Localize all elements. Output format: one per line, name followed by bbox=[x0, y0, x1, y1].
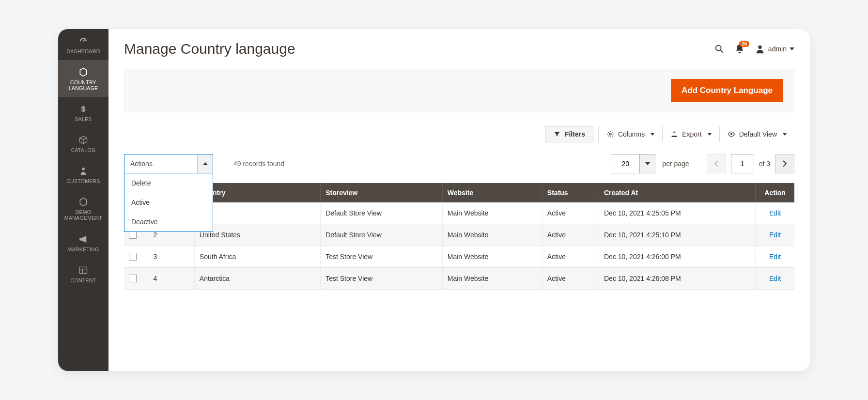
cell-status: Active bbox=[542, 224, 599, 246]
chevron-down-icon bbox=[645, 162, 650, 165]
chevron-up-icon bbox=[203, 162, 208, 165]
page-title: Manage Country langauge bbox=[124, 41, 704, 57]
edit-link[interactable]: Edit bbox=[769, 275, 781, 282]
page-size-control bbox=[611, 154, 655, 173]
cell-status: Active bbox=[542, 202, 599, 224]
col-storeview[interactable]: Storeview bbox=[321, 183, 443, 202]
sidebar-item-label: CONTENT bbox=[71, 277, 96, 283]
layout-icon bbox=[78, 265, 88, 276]
edit-link[interactable]: Edit bbox=[769, 231, 781, 239]
cell-storeview: Test Store View bbox=[321, 246, 443, 268]
default-view-button[interactable]: Default View bbox=[719, 126, 794, 142]
user-menu[interactable]: admin bbox=[755, 44, 794, 54]
hexagon-icon bbox=[78, 197, 88, 207]
row-checkbox[interactable] bbox=[129, 231, 137, 239]
search-icon[interactable] bbox=[714, 44, 725, 54]
sidebar-item-label: COUNTRY LANGUAGE bbox=[60, 79, 107, 91]
actions-select-toggle[interactable] bbox=[197, 154, 213, 173]
cell-country: United States bbox=[194, 224, 320, 246]
cell-website: Main Website bbox=[442, 268, 542, 290]
notifications-icon[interactable]: 26 bbox=[734, 44, 745, 54]
chevron-right-icon bbox=[782, 160, 787, 167]
actions-wrap: Actions Delete Active Deactive bbox=[124, 154, 213, 173]
grid-header-row: ID Country Storeview Website Status Crea… bbox=[124, 183, 794, 202]
sidebar-item-dashboard[interactable]: DASHBOARD bbox=[58, 29, 108, 60]
sidebar-item-label: SALES bbox=[75, 116, 92, 122]
sidebar-item-country-language[interactable]: COUNTRY LANGUAGE bbox=[58, 60, 108, 97]
sidebar: DASHBOARD COUNTRY LANGUAGE $ SALES CATAL… bbox=[58, 29, 108, 371]
pager-prev-button[interactable] bbox=[707, 154, 726, 173]
pager: of 3 bbox=[707, 154, 794, 173]
svg-point-3 bbox=[716, 46, 721, 51]
hexagon-icon bbox=[78, 67, 88, 77]
columns-button[interactable]: Columns bbox=[598, 126, 662, 142]
sidebar-item-catalog[interactable]: CATALOG bbox=[58, 128, 108, 159]
svg-point-6 bbox=[730, 133, 732, 135]
add-country-language-button[interactable]: Add Country Language bbox=[671, 79, 783, 102]
page-size-toggle[interactable] bbox=[639, 154, 655, 173]
sidebar-item-label: CUSTOMERS bbox=[66, 178, 100, 184]
cell-country: ia bbox=[194, 202, 320, 224]
row-checkbox[interactable] bbox=[129, 253, 137, 261]
export-button[interactable]: Export bbox=[662, 126, 719, 142]
page-size-input[interactable] bbox=[611, 154, 639, 173]
action-bar: Add Country Language bbox=[124, 69, 794, 112]
col-status[interactable]: Status bbox=[542, 183, 599, 202]
main-content: Manage Country langauge 26 admin Add Cou… bbox=[108, 29, 810, 371]
sidebar-item-customers[interactable]: CUSTOMERS bbox=[58, 159, 108, 190]
svg-point-4 bbox=[758, 46, 761, 49]
megaphone-icon bbox=[78, 234, 88, 245]
actions-option-active[interactable]: Active bbox=[124, 193, 213, 212]
topbar: Manage Country langauge 26 admin bbox=[124, 41, 794, 57]
default-view-label: Default View bbox=[739, 130, 777, 138]
chevron-down-icon bbox=[783, 133, 787, 136]
actions-option-delete[interactable]: Delete bbox=[124, 173, 213, 193]
cell-status: Active bbox=[542, 268, 599, 290]
columns-label: Columns bbox=[618, 130, 645, 138]
cell-id: 3 bbox=[148, 246, 194, 268]
pager-next-button[interactable] bbox=[775, 154, 794, 173]
actions-select[interactable]: Actions bbox=[124, 154, 213, 173]
notifications-badge: 26 bbox=[739, 41, 749, 47]
cell-storeview: Test Store View bbox=[321, 268, 443, 290]
filters-button[interactable]: Filters bbox=[545, 126, 593, 142]
page-input[interactable] bbox=[731, 154, 754, 173]
cell-created: Dec 10, 2021 4:26:00 PM bbox=[599, 246, 755, 268]
person-icon bbox=[78, 166, 88, 176]
per-page-label: per page bbox=[662, 160, 689, 168]
actions-dropdown: Delete Active Deactive bbox=[124, 173, 213, 232]
dollar-icon: $ bbox=[78, 104, 88, 114]
gear-icon bbox=[606, 130, 614, 138]
cell-created: Dec 10, 2021 4:25:05 PM bbox=[599, 202, 755, 224]
sidebar-item-sales[interactable]: $ SALES bbox=[58, 97, 108, 128]
sidebar-item-label: DASHBOARD bbox=[66, 48, 100, 54]
username: admin bbox=[768, 45, 787, 53]
col-website[interactable]: Website bbox=[442, 183, 542, 202]
actions-option-deactive[interactable]: Deactive bbox=[124, 212, 213, 231]
sidebar-item-content[interactable]: CONTENT bbox=[58, 258, 108, 289]
sidebar-item-marketing[interactable]: MARKETING bbox=[58, 227, 108, 258]
app-window: DASHBOARD COUNTRY LANGUAGE $ SALES CATAL… bbox=[58, 29, 810, 371]
row-checkbox[interactable] bbox=[129, 275, 137, 282]
table-row: 1 ia Default Store View Main Website Act… bbox=[124, 202, 794, 224]
sidebar-item-label: MARKETING bbox=[67, 246, 99, 252]
edit-link[interactable]: Edit bbox=[769, 209, 781, 217]
edit-link[interactable]: Edit bbox=[769, 253, 781, 261]
col-created-at[interactable]: Created At bbox=[599, 183, 755, 202]
svg-text:$: $ bbox=[81, 105, 86, 113]
table-row: 2 United States Default Store View Main … bbox=[124, 224, 794, 246]
cell-created: Dec 10, 2021 4:25:10 PM bbox=[599, 224, 755, 246]
svg-point-5 bbox=[609, 133, 611, 135]
col-country[interactable]: Country bbox=[194, 183, 320, 202]
page-of-label: of 3 bbox=[759, 160, 770, 168]
svg-rect-2 bbox=[80, 267, 87, 273]
sidebar-item-demo-management[interactable]: DEMO MANAGEMENT bbox=[58, 190, 108, 227]
svg-point-1 bbox=[82, 168, 85, 170]
cell-status: Active bbox=[542, 246, 599, 268]
gauge-icon bbox=[78, 36, 88, 46]
table-row: 4 Antarctica Test Store View Main Websit… bbox=[124, 268, 794, 290]
sidebar-item-label: CATALOG bbox=[71, 147, 96, 153]
export-label: Export bbox=[682, 130, 701, 138]
cell-country: South Africa bbox=[194, 246, 320, 268]
actions-select-label: Actions bbox=[124, 154, 197, 173]
